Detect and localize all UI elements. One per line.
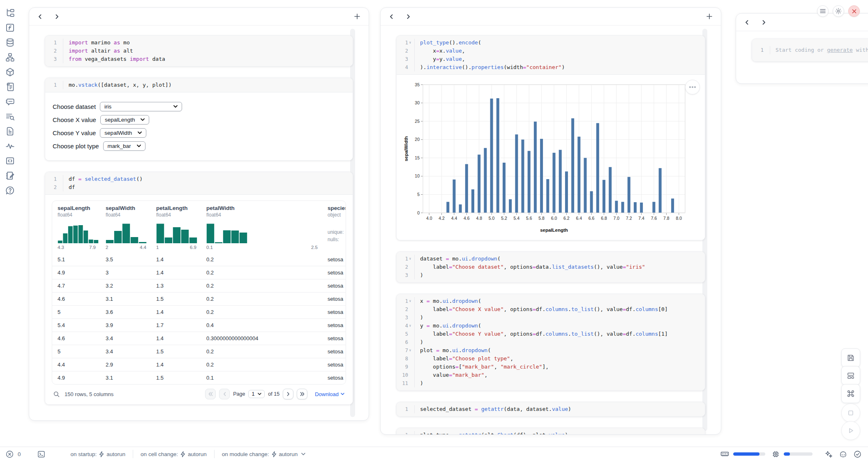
code-line: 2df [45, 183, 353, 191]
column-body: 1∨plot_type().encode(2 x=x.value,3 y=y.v… [381, 25, 721, 434]
menu-icon[interactable] [817, 5, 829, 17]
cell-imports[interactable]: 1import marimo as mo2import altair as al… [45, 35, 353, 67]
table-column-header[interactable]: petalWidthfloat640.12.5 [201, 205, 322, 250]
dropdown-choose-x-value[interactable]: sepalLength [100, 115, 150, 124]
ram-icon [720, 450, 729, 458]
column-right-chevron-icon[interactable] [54, 14, 60, 19]
table-column-header[interactable]: sepalWidthfloat6424.4 [100, 205, 151, 250]
table-column-header[interactable]: sepalLengthfloat644.37.9 [52, 205, 100, 250]
cell-selected-dataset[interactable]: 1selected_dataset = getattr(data, datase… [396, 402, 705, 417]
add-cell-button[interactable] [354, 13, 360, 20]
table-cell: 4.9 [52, 266, 100, 279]
run-button[interactable] [841, 421, 860, 440]
error-indicator[interactable]: 0 [6, 450, 21, 458]
runtime-config-on-module-change[interactable]: on module change:autorun [215, 451, 313, 457]
code-editor[interactable]: 1∨plot_type().encode(2 x=x.value,3 y=y.v… [397, 36, 705, 74]
table-row[interactable]: 4.73.21.30.2setosa [52, 279, 346, 292]
table-cell: 3.9 [100, 319, 151, 332]
table-cell: 5.1 [52, 253, 100, 266]
cell-output: sepalLengthfloat644.37.9sepalWidthfloat6… [45, 194, 353, 404]
dropdown-choose-dataset[interactable]: iris [100, 102, 182, 111]
next-page-button[interactable] [283, 389, 293, 399]
altair-bar-chart[interactable]: 4.04.24.44.64.85.05.25.45.65.86.06.26.46… [403, 81, 701, 234]
code-line: 2 label="Choose X value", options=df.col… [397, 305, 705, 313]
functions-icon[interactable] [5, 23, 15, 32]
table-cell: 0.2 [201, 266, 322, 279]
runtime-config-on-cell-change[interactable]: on cell change:autorun [133, 451, 214, 457]
table-column-header[interactable]: speciesobjectunique:nulls: [322, 205, 346, 250]
stop-button[interactable] [841, 403, 860, 422]
table-row[interactable]: 4.63.41.40.3000000000000004setosa [52, 332, 346, 345]
column-left-chevron-icon[interactable] [389, 14, 394, 19]
code-editor[interactable]: 1∨dataset = mo.ui.dropdown(2 label="Choo… [397, 252, 705, 282]
help-icon[interactable] [5, 186, 15, 195]
table-row[interactable]: 4.93.11.50.1setosa [52, 371, 346, 384]
table-cell: 0.2 [201, 253, 322, 266]
logs-icon[interactable] [5, 82, 15, 92]
table-cell: setosa [322, 266, 346, 279]
copilot-icon[interactable] [839, 451, 847, 458]
table-cell: setosa [322, 332, 346, 345]
cell-dataframe[interactable]: 1df = selected_dataset()2df sepalLengthf… [45, 172, 353, 405]
documentation-icon[interactable] [5, 127, 15, 136]
code-editor[interactable]: 1mo.vstack([dataset, x, y, plot]) [45, 78, 353, 92]
svg-text:4.6: 4.6 [464, 216, 470, 221]
gear-icon[interactable] [833, 5, 844, 17]
download-button[interactable]: Download [315, 391, 344, 397]
dropdown-choose-plot-type[interactable]: mark_bar [103, 141, 145, 151]
svg-text:6.6: 6.6 [589, 216, 595, 221]
packages-icon[interactable] [5, 67, 15, 77]
code-placeholder[interactable]: Start coding or generate with AI [776, 46, 868, 54]
cell-plot[interactable]: 1∨plot_type().encode(2 x=x.value,3 y=y.v… [396, 35, 705, 240]
add-cell-button[interactable] [706, 13, 713, 20]
table-row[interactable]: 53.41.50.2setosa [52, 345, 346, 358]
chart-menu-button[interactable] [685, 80, 700, 95]
code-editor[interactable]: 1import marimo as mo2import altair as al… [45, 36, 353, 66]
notebook-icon[interactable] [5, 171, 15, 180]
file-explorer-icon[interactable] [5, 8, 15, 18]
generate-with-ai-link[interactable]: generate [827, 47, 853, 53]
connection-status-icon[interactable] [854, 450, 861, 458]
layout-button[interactable] [841, 366, 860, 385]
column-right-chevron-icon[interactable] [761, 20, 766, 25]
column-left-chevron-icon[interactable] [37, 14, 43, 19]
cell-plot-type[interactable]: 1plot_type = getattr(alt.Chart(df), plot… [396, 428, 705, 434]
runtime-config-on-startup[interactable]: on startup:autorun [63, 451, 133, 457]
code-line: 3) [397, 271, 705, 279]
code-editor[interactable]: 1selected_dataset = getattr(data, datase… [397, 402, 705, 416]
code-editor[interactable]: 1∨x = mo.ui.dropdown(2 label="Choose X v… [397, 294, 705, 390]
datasources-icon[interactable] [5, 38, 15, 47]
ai-sparkles-icon[interactable] [825, 450, 833, 458]
scratchpad-icon[interactable] [5, 112, 15, 121]
close-icon[interactable] [848, 5, 860, 17]
table-row[interactable]: 53.61.40.2setosa [52, 305, 346, 318]
dependency-graph-icon[interactable] [5, 53, 15, 62]
code-editor[interactable]: 1plot_type = getattr(alt.Chart(df), plot… [397, 428, 705, 434]
column-left-chevron-icon[interactable] [744, 20, 750, 25]
table-row[interactable]: 5.13.51.40.2setosa [52, 253, 346, 266]
cell-empty[interactable]: 1 Start coding or generate with AI [752, 39, 868, 62]
prev-page-button[interactable] [219, 389, 230, 399]
dropdown-choose-y-value[interactable]: sepalWidth [100, 128, 146, 138]
save-button[interactable] [841, 348, 860, 367]
code-editor[interactable]: 1df = selected_dataset()2df [45, 172, 353, 194]
table-column-header[interactable]: petalLengthfloat6416.9 [151, 205, 201, 250]
column-right-chevron-icon[interactable] [406, 14, 411, 19]
terminal-icon[interactable] [37, 450, 45, 458]
cell-vstack[interactable]: 1mo.vstack([dataset, x, y, plot]) Choose… [45, 78, 353, 161]
table-row[interactable]: 4.42.91.40.2setosa [52, 358, 346, 371]
table-row[interactable]: 5.43.91.70.4setosa [52, 318, 346, 332]
cell-dataset-dropdown[interactable]: 1∨dataset = mo.ui.dropdown(2 label="Choo… [396, 251, 705, 283]
cell-xy-dropdowns[interactable]: 1∨x = mo.ui.dropdown(2 label="Choose X v… [396, 294, 705, 391]
table-row[interactable]: 4.931.40.2setosa [52, 266, 346, 279]
keyboard-shortcuts-button[interactable] [841, 384, 860, 403]
search-icon[interactable] [53, 391, 60, 397]
first-page-button[interactable] [205, 389, 216, 399]
table-row[interactable]: 4.63.11.50.2setosa [52, 292, 346, 305]
last-page-button[interactable] [297, 389, 307, 399]
code-line: 11) [397, 379, 705, 387]
tracing-icon[interactable] [5, 141, 15, 151]
snippets-icon[interactable] [5, 156, 15, 166]
ai-chat-icon[interactable] [5, 97, 15, 106]
page-select[interactable]: 1 [248, 390, 265, 398]
